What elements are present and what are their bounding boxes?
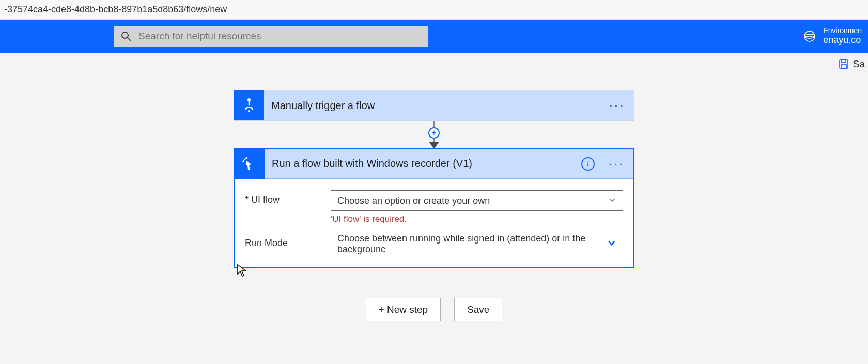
svg-line-1 (128, 38, 131, 41)
arrow-down-icon (429, 142, 439, 149)
search-icon (121, 31, 131, 41)
svg-point-8 (247, 98, 251, 101)
add-step-icon[interactable]: + (428, 127, 440, 139)
action-icon (235, 149, 265, 179)
info-icon[interactable]: i (581, 157, 595, 171)
uiflow-error: 'UI flow' is required. (331, 214, 623, 224)
environment-picker[interactable]: Environmen enayu.co (803, 27, 864, 45)
address-bar-url: -37574ca4-cde8-4d8b-bcb8-897b1a5d8b63/fl… (4, 4, 227, 15)
new-step-button[interactable]: + New step (366, 298, 441, 321)
search-input[interactable] (138, 31, 421, 42)
toolbar-save-button[interactable]: Sa (839, 58, 865, 70)
field-runmode: Run Mode Choose between running while si… (245, 234, 623, 254)
svg-point-0 (122, 32, 128, 38)
action-card-body: * UI flow Choose an option or create you… (235, 179, 633, 267)
svg-rect-6 (841, 60, 845, 63)
trigger-card-title: Manually trigger a flow (264, 100, 609, 112)
trigger-card-header[interactable]: Manually trigger a flow ... (234, 90, 634, 120)
trigger-card[interactable]: Manually trigger a flow ... (234, 90, 634, 121)
uiflow-select-value: Choose an option or create your own (337, 195, 490, 206)
environment-name: enayu.co (823, 35, 862, 46)
action-card-title: Run a flow built with Windows recorder (… (265, 158, 581, 170)
save-button[interactable]: Save (454, 298, 502, 321)
trigger-icon (234, 90, 264, 120)
svg-rect-7 (841, 65, 846, 68)
save-icon (839, 59, 849, 69)
action-card[interactable]: Run a flow built with Windows recorder (… (234, 148, 634, 268)
uiflow-select[interactable]: Choose an option or create your own (331, 190, 623, 211)
field-uiflow: * UI flow Choose an option or create you… (245, 190, 623, 224)
address-bar[interactable]: -37574ca4-cde8-4d8b-bcb8-897b1a5d8b63/fl… (0, 0, 868, 20)
environment-icon (803, 30, 816, 42)
runmode-select-value: Choose between running while signed in (… (337, 233, 607, 255)
chevron-down-icon (608, 195, 616, 206)
search-box[interactable] (114, 26, 428, 47)
flow-canvas: Manually trigger a flow ... + Run a flow… (0, 75, 868, 364)
environment-text: Environmen enayu.co (823, 27, 862, 45)
environment-label: Environmen (823, 27, 862, 35)
svg-point-9 (248, 110, 250, 112)
field-uiflow-label: * UI flow (245, 190, 326, 205)
top-bar: Environmen enayu.co (0, 20, 868, 53)
action-card-header[interactable]: Run a flow built with Windows recorder (… (235, 149, 633, 179)
toolbar-save-label: Sa (853, 58, 865, 70)
connector: + (234, 121, 634, 148)
bottom-actions: + New step Save (366, 298, 503, 321)
field-runmode-label: Run Mode (245, 234, 326, 249)
runmode-select[interactable]: Choose between running while signed in (… (331, 234, 623, 254)
chevron-down-icon (607, 238, 616, 250)
sub-toolbar: Sa (0, 53, 868, 75)
